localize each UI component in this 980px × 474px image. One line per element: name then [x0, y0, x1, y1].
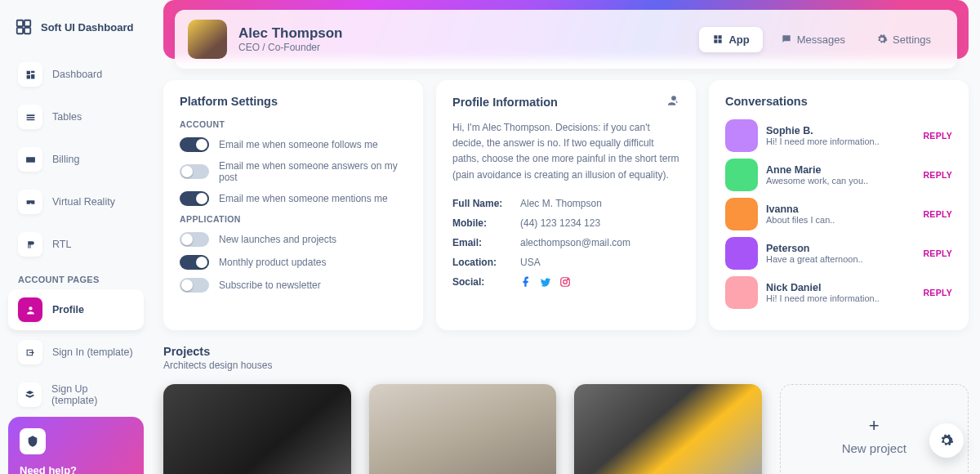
edit-profile-icon[interactable] — [668, 95, 679, 109]
conversation-name: Nick Daniel — [766, 282, 880, 293]
nav-label: Sign Up (template) — [51, 383, 134, 406]
tab-messages[interactable]: Messages — [768, 27, 858, 52]
svg-rect-2 — [17, 28, 23, 34]
settings-fab[interactable] — [929, 423, 964, 458]
svg-rect-0 — [17, 20, 23, 26]
sidebar-item-tables[interactable]: Tables — [8, 96, 144, 137]
instagram-icon[interactable] — [559, 276, 571, 290]
toggle-label: New launches and projects — [219, 234, 336, 245]
reply-button[interactable]: REPLY — [923, 288, 952, 297]
projects-section: Projects Architects design houses +New p… — [163, 345, 969, 474]
toggle-label: Email me when someone follows me — [219, 139, 378, 150]
projects-subtitle: Architects design houses — [163, 360, 969, 371]
account-subheading: ACCOUNT — [180, 119, 407, 129]
projects-title: Projects — [163, 345, 969, 358]
twitter-icon[interactable] — [540, 276, 551, 290]
tables-icon — [18, 105, 42, 129]
label-fullname: Full Name: — [452, 198, 514, 209]
conversation-message: About files I can.. — [766, 215, 835, 225]
conversation-avatar — [725, 237, 758, 270]
main-content: Alec Thompson CEO / Co-Founder AppMessag… — [152, 0, 980, 474]
reply-button[interactable]: REPLY — [923, 170, 952, 180]
conversation-name: Peterson — [766, 243, 863, 254]
sidebar: Soft UI Dashboard DashboardTablesBilling… — [0, 0, 152, 474]
toggle-switch[interactable] — [180, 191, 209, 206]
conversation-message: Hi! I need more information.. — [766, 136, 880, 146]
profile-name: Alec Thompson — [238, 25, 343, 42]
conversation-item[interactable]: PetersonHave a great afternoon..REPLY — [725, 237, 952, 270]
billing-icon — [18, 147, 42, 172]
toggle-switch[interactable] — [180, 232, 209, 247]
toggle-label: Subscribe to newsletter — [219, 279, 321, 291]
sidebar-item-dashboard[interactable]: Dashboard — [8, 54, 144, 95]
signin-icon — [18, 340, 42, 364]
project-image — [369, 384, 557, 474]
facebook-icon[interactable] — [520, 276, 532, 290]
project-image — [574, 384, 762, 474]
signup-icon — [18, 382, 42, 407]
toggle-switch[interactable] — [180, 255, 209, 270]
label-mobile: Mobile: — [452, 217, 514, 229]
svg-rect-3 — [24, 28, 30, 34]
toggle-switch[interactable] — [180, 278, 209, 293]
tab-app[interactable]: App — [699, 27, 762, 52]
settings-icon — [876, 34, 888, 45]
toggle-switch[interactable] — [180, 137, 209, 152]
project-card[interactable] — [369, 384, 557, 474]
sidebar-item-virtual-reality[interactable]: Virtual Reality — [8, 181, 144, 222]
conversation-name: Sophie B. — [766, 125, 880, 136]
new-project-label: New project — [842, 441, 906, 455]
label-location: Location: — [452, 257, 514, 268]
toggle-switch[interactable] — [180, 164, 209, 179]
svg-rect-1 — [24, 20, 30, 26]
nav-label: Billing — [52, 154, 79, 165]
conversation-name: Anne Marie — [766, 164, 868, 176]
reply-button[interactable]: REPLY — [923, 209, 952, 219]
label-email: Email: — [452, 237, 514, 248]
help-title: Need help? — [20, 464, 132, 474]
platform-settings-title: Platform Settings — [180, 95, 407, 108]
messages-icon — [781, 34, 792, 45]
nav-label: Tables — [52, 111, 82, 123]
platform-settings-card: Platform Settings ACCOUNT Email me when … — [163, 80, 423, 330]
sidebar-item-billing[interactable]: Billing — [8, 139, 144, 180]
sidebar-item-sign-in-template-[interactable]: Sign In (template) — [8, 332, 144, 373]
nav-label: Profile — [52, 304, 84, 315]
conversation-item[interactable]: IvannaAbout files I can..REPLY — [725, 198, 952, 230]
conversation-avatar — [725, 119, 758, 152]
conversation-item[interactable]: Anne MarieAwesome work, can you..REPLY — [725, 159, 952, 191]
svg-point-5 — [564, 279, 568, 284]
nav-label: Virtual Reality — [52, 196, 115, 208]
value-location: USA — [520, 257, 541, 268]
conversation-item[interactable]: Nick DanielHi! I need more information..… — [725, 276, 952, 309]
project-image — [163, 384, 351, 474]
vr-icon — [18, 190, 42, 214]
project-card[interactable] — [163, 384, 351, 474]
conversations-card: Conversations Sophie B.Hi! I need more i… — [709, 80, 969, 330]
project-card[interactable] — [574, 384, 762, 474]
rtl-icon — [18, 232, 42, 257]
reply-button[interactable]: REPLY — [923, 131, 952, 141]
nav-label: Sign In (template) — [52, 347, 133, 358]
label-social: Social: — [452, 276, 514, 290]
sidebar-item-rtl[interactable]: RTL — [8, 224, 144, 265]
profile-info-card: Profile Information Hi, I'm Alec Thompso… — [436, 80, 696, 330]
svg-point-6 — [568, 279, 568, 279]
profile-bar: Alec Thompson CEO / Co-Founder AppMessag… — [175, 10, 957, 69]
nav-label: Dashboard — [52, 69, 102, 80]
sidebar-item-sign-up-template-[interactable]: Sign Up (template) — [8, 374, 144, 415]
value-mobile: (44) 123 1234 123 — [520, 217, 600, 229]
brand[interactable]: Soft UI Dashboard — [8, 15, 144, 39]
app-icon — [712, 34, 724, 45]
sidebar-item-profile[interactable]: Profile — [8, 289, 144, 330]
conversation-item[interactable]: Sophie B.Hi! I need more information..RE… — [725, 119, 952, 152]
avatar[interactable] — [188, 20, 227, 59]
reply-button[interactable]: REPLY — [923, 248, 952, 258]
brand-icon — [15, 18, 33, 36]
brand-text: Soft UI Dashboard — [41, 21, 133, 34]
tab-settings[interactable]: Settings — [863, 27, 944, 52]
conversation-avatar — [725, 198, 758, 230]
profile-role: CEO / Co-Founder — [238, 42, 343, 53]
hero-banner: Alec Thompson CEO / Co-Founder AppMessag… — [163, 0, 969, 59]
help-icon — [20, 428, 46, 454]
